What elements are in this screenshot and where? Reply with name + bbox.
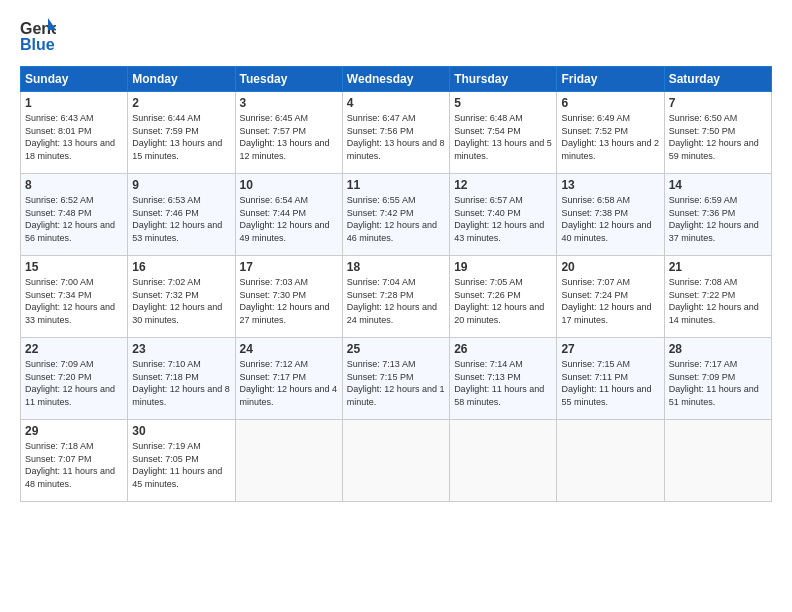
day-info: Sunrise: 6:50 AMSunset: 7:50 PMDaylight:… xyxy=(669,112,767,162)
calendar-table: SundayMondayTuesdayWednesdayThursdayFrid… xyxy=(20,66,772,502)
day-info: Sunrise: 6:49 AMSunset: 7:52 PMDaylight:… xyxy=(561,112,659,162)
day-number: 5 xyxy=(454,96,552,110)
day-number: 2 xyxy=(132,96,230,110)
calendar-week-row: 1Sunrise: 6:43 AMSunset: 8:01 PMDaylight… xyxy=(21,92,772,174)
calendar-cell: 15Sunrise: 7:00 AMSunset: 7:34 PMDayligh… xyxy=(21,256,128,338)
day-info: Sunrise: 7:02 AMSunset: 7:32 PMDaylight:… xyxy=(132,276,230,326)
calendar-cell: 3Sunrise: 6:45 AMSunset: 7:57 PMDaylight… xyxy=(235,92,342,174)
calendar-cell: 9Sunrise: 6:53 AMSunset: 7:46 PMDaylight… xyxy=(128,174,235,256)
calendar-cell: 26Sunrise: 7:14 AMSunset: 7:13 PMDayligh… xyxy=(450,338,557,420)
calendar-cell: 6Sunrise: 6:49 AMSunset: 7:52 PMDaylight… xyxy=(557,92,664,174)
day-number: 11 xyxy=(347,178,445,192)
calendar-week-row: 15Sunrise: 7:00 AMSunset: 7:34 PMDayligh… xyxy=(21,256,772,338)
day-info: Sunrise: 6:59 AMSunset: 7:36 PMDaylight:… xyxy=(669,194,767,244)
calendar-cell: 10Sunrise: 6:54 AMSunset: 7:44 PMDayligh… xyxy=(235,174,342,256)
day-number: 18 xyxy=(347,260,445,274)
day-number: 17 xyxy=(240,260,338,274)
day-info: Sunrise: 7:17 AMSunset: 7:09 PMDaylight:… xyxy=(669,358,767,408)
calendar-cell xyxy=(450,420,557,502)
day-number: 23 xyxy=(132,342,230,356)
calendar-week-row: 8Sunrise: 6:52 AMSunset: 7:48 PMDaylight… xyxy=(21,174,772,256)
day-info: Sunrise: 6:47 AMSunset: 7:56 PMDaylight:… xyxy=(347,112,445,162)
day-number: 19 xyxy=(454,260,552,274)
logo-icon: General Blue xyxy=(20,16,56,56)
logo: General Blue xyxy=(20,16,56,56)
calendar-cell: 13Sunrise: 6:58 AMSunset: 7:38 PMDayligh… xyxy=(557,174,664,256)
calendar-cell: 2Sunrise: 6:44 AMSunset: 7:59 PMDaylight… xyxy=(128,92,235,174)
day-number: 6 xyxy=(561,96,659,110)
calendar-cell: 4Sunrise: 6:47 AMSunset: 7:56 PMDaylight… xyxy=(342,92,449,174)
day-info: Sunrise: 6:44 AMSunset: 7:59 PMDaylight:… xyxy=(132,112,230,162)
calendar-cell: 1Sunrise: 6:43 AMSunset: 8:01 PMDaylight… xyxy=(21,92,128,174)
day-info: Sunrise: 6:58 AMSunset: 7:38 PMDaylight:… xyxy=(561,194,659,244)
calendar-cell: 20Sunrise: 7:07 AMSunset: 7:24 PMDayligh… xyxy=(557,256,664,338)
day-number: 13 xyxy=(561,178,659,192)
day-info: Sunrise: 6:48 AMSunset: 7:54 PMDaylight:… xyxy=(454,112,552,162)
day-info: Sunrise: 6:55 AMSunset: 7:42 PMDaylight:… xyxy=(347,194,445,244)
day-info: Sunrise: 7:05 AMSunset: 7:26 PMDaylight:… xyxy=(454,276,552,326)
header-row: SundayMondayTuesdayWednesdayThursdayFrid… xyxy=(21,67,772,92)
weekday-header: Saturday xyxy=(664,67,771,92)
weekday-header: Tuesday xyxy=(235,67,342,92)
day-info: Sunrise: 7:13 AMSunset: 7:15 PMDaylight:… xyxy=(347,358,445,408)
calendar-cell: 28Sunrise: 7:17 AMSunset: 7:09 PMDayligh… xyxy=(664,338,771,420)
day-number: 27 xyxy=(561,342,659,356)
calendar-week-row: 22Sunrise: 7:09 AMSunset: 7:20 PMDayligh… xyxy=(21,338,772,420)
day-info: Sunrise: 6:43 AMSunset: 8:01 PMDaylight:… xyxy=(25,112,123,162)
day-number: 30 xyxy=(132,424,230,438)
day-number: 28 xyxy=(669,342,767,356)
day-number: 10 xyxy=(240,178,338,192)
calendar-cell: 16Sunrise: 7:02 AMSunset: 7:32 PMDayligh… xyxy=(128,256,235,338)
calendar-cell: 7Sunrise: 6:50 AMSunset: 7:50 PMDaylight… xyxy=(664,92,771,174)
day-info: Sunrise: 6:57 AMSunset: 7:40 PMDaylight:… xyxy=(454,194,552,244)
calendar-cell xyxy=(342,420,449,502)
calendar-cell: 17Sunrise: 7:03 AMSunset: 7:30 PMDayligh… xyxy=(235,256,342,338)
day-number: 1 xyxy=(25,96,123,110)
day-info: Sunrise: 7:03 AMSunset: 7:30 PMDaylight:… xyxy=(240,276,338,326)
calendar-cell: 30Sunrise: 7:19 AMSunset: 7:05 PMDayligh… xyxy=(128,420,235,502)
calendar-cell: 8Sunrise: 6:52 AMSunset: 7:48 PMDaylight… xyxy=(21,174,128,256)
weekday-header: Friday xyxy=(557,67,664,92)
day-info: Sunrise: 7:08 AMSunset: 7:22 PMDaylight:… xyxy=(669,276,767,326)
day-number: 3 xyxy=(240,96,338,110)
day-number: 15 xyxy=(25,260,123,274)
day-info: Sunrise: 6:53 AMSunset: 7:46 PMDaylight:… xyxy=(132,194,230,244)
calendar-cell: 24Sunrise: 7:12 AMSunset: 7:17 PMDayligh… xyxy=(235,338,342,420)
day-info: Sunrise: 7:09 AMSunset: 7:20 PMDaylight:… xyxy=(25,358,123,408)
weekday-header: Sunday xyxy=(21,67,128,92)
calendar-cell: 5Sunrise: 6:48 AMSunset: 7:54 PMDaylight… xyxy=(450,92,557,174)
day-info: Sunrise: 7:14 AMSunset: 7:13 PMDaylight:… xyxy=(454,358,552,408)
day-number: 22 xyxy=(25,342,123,356)
day-number: 20 xyxy=(561,260,659,274)
day-info: Sunrise: 7:07 AMSunset: 7:24 PMDaylight:… xyxy=(561,276,659,326)
weekday-header: Wednesday xyxy=(342,67,449,92)
weekday-header: Monday xyxy=(128,67,235,92)
calendar-cell: 23Sunrise: 7:10 AMSunset: 7:18 PMDayligh… xyxy=(128,338,235,420)
day-info: Sunrise: 6:45 AMSunset: 7:57 PMDaylight:… xyxy=(240,112,338,162)
header: General Blue xyxy=(20,16,772,56)
day-number: 25 xyxy=(347,342,445,356)
day-number: 26 xyxy=(454,342,552,356)
calendar-week-row: 29Sunrise: 7:18 AMSunset: 7:07 PMDayligh… xyxy=(21,420,772,502)
svg-text:Blue: Blue xyxy=(20,36,55,53)
day-info: Sunrise: 7:19 AMSunset: 7:05 PMDaylight:… xyxy=(132,440,230,490)
calendar-cell: 25Sunrise: 7:13 AMSunset: 7:15 PMDayligh… xyxy=(342,338,449,420)
weekday-header: Thursday xyxy=(450,67,557,92)
calendar-cell: 11Sunrise: 6:55 AMSunset: 7:42 PMDayligh… xyxy=(342,174,449,256)
calendar-cell: 27Sunrise: 7:15 AMSunset: 7:11 PMDayligh… xyxy=(557,338,664,420)
day-info: Sunrise: 7:12 AMSunset: 7:17 PMDaylight:… xyxy=(240,358,338,408)
day-number: 16 xyxy=(132,260,230,274)
day-number: 9 xyxy=(132,178,230,192)
day-info: Sunrise: 7:00 AMSunset: 7:34 PMDaylight:… xyxy=(25,276,123,326)
page: General Blue SundayMondayTuesdayWednesda… xyxy=(0,0,792,612)
calendar-cell: 19Sunrise: 7:05 AMSunset: 7:26 PMDayligh… xyxy=(450,256,557,338)
day-info: Sunrise: 7:15 AMSunset: 7:11 PMDaylight:… xyxy=(561,358,659,408)
day-info: Sunrise: 7:18 AMSunset: 7:07 PMDaylight:… xyxy=(25,440,123,490)
calendar-cell: 12Sunrise: 6:57 AMSunset: 7:40 PMDayligh… xyxy=(450,174,557,256)
day-info: Sunrise: 7:04 AMSunset: 7:28 PMDaylight:… xyxy=(347,276,445,326)
day-number: 4 xyxy=(347,96,445,110)
calendar-cell xyxy=(557,420,664,502)
day-info: Sunrise: 7:10 AMSunset: 7:18 PMDaylight:… xyxy=(132,358,230,408)
day-number: 21 xyxy=(669,260,767,274)
day-number: 7 xyxy=(669,96,767,110)
